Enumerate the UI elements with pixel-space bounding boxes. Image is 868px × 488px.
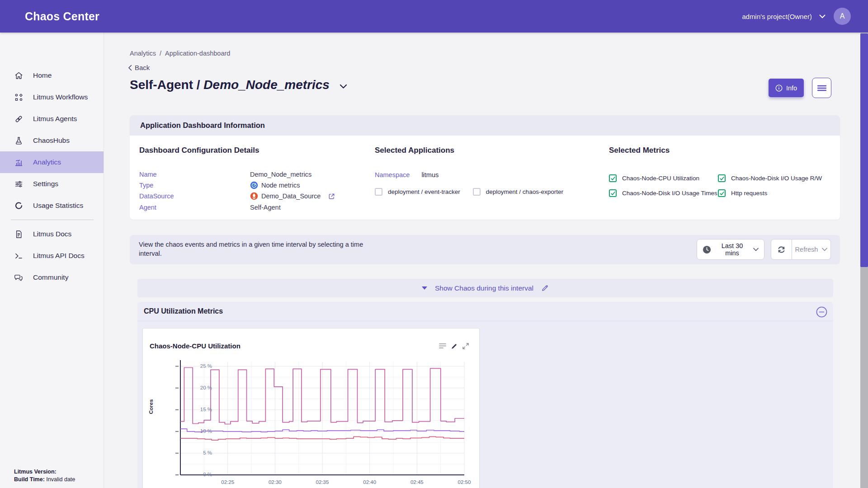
- chart-edit-pencil-icon[interactable]: [451, 343, 458, 350]
- config-row-agent: Agent Self-Agent: [139, 202, 335, 213]
- sidebar-item-community[interactable]: Community: [0, 267, 104, 288]
- cpu-utilization-section: CPU Utilization Metrics Chaos-Node-CPU U…: [137, 302, 833, 488]
- checkbox-label: Chaos-Node-Disk I/O Usage R/W: [731, 175, 822, 182]
- breadcrumb: Analytics / Application-dashboard: [130, 50, 230, 57]
- checkbox-label: Chaos-Node-CPU Utilization: [622, 175, 699, 182]
- config-value: Demo_Data_Source: [261, 192, 321, 200]
- chart-expand-icon[interactable]: [462, 343, 469, 350]
- metric-checkbox-item: Chaos-Node-Disk I/O Usage Times: [609, 189, 718, 197]
- sidebar-item-label: Home: [33, 71, 52, 80]
- edit-pencil-icon[interactable]: [541, 284, 549, 292]
- config-value: Node metrics: [261, 182, 300, 189]
- config-row-datasource: DataSource Demo_Data_Source: [139, 191, 335, 202]
- build-time-label: Build Time:: [14, 476, 45, 483]
- cpu-utilization-chart[interactable]: 0 %5 %10 %15 %20 %25 % 02:2502:3002:3502…: [180, 362, 464, 475]
- selected-applications: Selected Applications Namespace litmus d…: [375, 146, 563, 196]
- y-tick-label: 10 %: [191, 428, 212, 434]
- sliders-icon: [14, 179, 24, 189]
- info-button[interactable]: Info: [769, 79, 804, 97]
- page-title-dashboard: Demo_Node_metrics: [203, 78, 330, 92]
- refresh-now-button[interactable]: [771, 239, 792, 260]
- bar-chart-icon: [14, 158, 24, 167]
- chat-icon: [14, 273, 24, 282]
- sidebar-item-analytics[interactable]: Analytics: [0, 151, 104, 173]
- checkbox-http-requests[interactable]: [718, 189, 726, 197]
- time-range-value: Last 30 mins: [717, 242, 748, 257]
- sidebar-item-litmus-docs[interactable]: Litmus Docs: [0, 223, 104, 245]
- chevron-down-icon: [822, 248, 827, 251]
- x-tick-label: 02:30: [265, 479, 285, 485]
- refresh-icon: [777, 245, 786, 254]
- time-interval-panel: View the chaos events and metrics in a g…: [130, 235, 840, 264]
- dashboard-info-panel-title: Application Dashboard Information: [140, 121, 265, 130]
- dashboard-menu-button[interactable]: [812, 78, 831, 98]
- app-header: Chaos Center admin's project(Owner) A: [0, 0, 868, 33]
- application-checkbox-item: deployment / event-tracker: [375, 188, 460, 196]
- sidebar-item-label: Litmus Workflows: [33, 93, 88, 101]
- sidebar-item-label: Community: [33, 273, 68, 282]
- chart-data-lines-icon[interactable]: [439, 343, 446, 349]
- config-row-name: Name Demo_Node_metrics: [139, 169, 335, 180]
- time-range-select[interactable]: Last 30 mins: [697, 239, 764, 260]
- app-title: Chaos Center: [25, 10, 99, 23]
- terminal-icon: [14, 251, 24, 261]
- sidebar-item-home[interactable]: Home: [0, 65, 104, 86]
- config-row-type: Type Node metrics: [139, 180, 335, 191]
- usage-icon: [14, 201, 24, 211]
- namespace-label: Namespace: [375, 171, 410, 178]
- y-axis-label: Cores: [148, 399, 154, 414]
- x-tick-label: 02:40: [360, 479, 380, 485]
- selected-metrics-title: Selected Metrics: [609, 146, 822, 155]
- config-label: DataSource: [139, 192, 250, 200]
- avatar[interactable]: A: [834, 8, 851, 25]
- hamburger-icon: [817, 85, 826, 91]
- sidebar-item-label: Usage Statistics: [33, 202, 83, 210]
- show-chaos-toggle[interactable]: Show Chaos during this interval: [137, 279, 833, 297]
- x-tick-label: 02:50: [454, 479, 474, 485]
- project-selector-label: admin's project(Owner): [742, 13, 812, 20]
- dashboard-switch-chevron-icon[interactable]: [340, 84, 347, 89]
- metric-checkbox-item: Chaos-Node-Disk I/O Usage R/W: [718, 174, 822, 182]
- chevron-down-icon: [753, 248, 759, 251]
- dashboard-config-details: Dashboard Configuration Details Name Dem…: [139, 146, 335, 213]
- application-checkbox-item: deployment / chaos-exporter: [473, 188, 563, 196]
- metric-checkbox-item: Http requests: [718, 189, 822, 197]
- checkbox-event-tracker[interactable]: [375, 188, 382, 196]
- selected-applications-title: Selected Applications: [375, 146, 563, 155]
- checkbox-disk-io-rw[interactable]: [718, 174, 726, 182]
- y-tick-label: 25 %: [191, 363, 212, 369]
- auto-refresh-select[interactable]: Refresh: [792, 239, 831, 260]
- sidebar-item-litmus-api-docs[interactable]: Litmus API Docs: [0, 245, 104, 267]
- checkbox-disk-io-times[interactable]: [609, 189, 617, 197]
- sidebar-item-litmus-workflows[interactable]: Litmus Workflows: [0, 86, 104, 108]
- config-label: Agent: [139, 204, 250, 211]
- breadcrumb-application-dashboard[interactable]: Application-dashboard: [165, 50, 230, 57]
- back-button[interactable]: Back: [128, 64, 150, 71]
- scrollbar-thumb[interactable]: [860, 33, 868, 267]
- sidebar-item-label: ChaosHubs: [33, 136, 70, 145]
- chevron-down-icon: [819, 14, 826, 19]
- sidebar-item-settings[interactable]: Settings: [0, 173, 104, 195]
- checkbox-cpu-utilization[interactable]: [609, 174, 617, 182]
- external-link-icon[interactable]: [328, 193, 335, 200]
- sidebar-item-usage-statistics[interactable]: Usage Statistics: [0, 195, 104, 216]
- page-scrollbar[interactable]: [860, 33, 868, 488]
- x-tick-label: 02:25: [218, 479, 238, 485]
- y-tick-label: 20 %: [191, 385, 212, 390]
- sidebar-item-litmus-agents[interactable]: Litmus Agents: [0, 108, 104, 130]
- breadcrumb-separator: /: [160, 50, 161, 57]
- workflows-icon: [14, 93, 24, 102]
- sidebar-item-label: Litmus Docs: [33, 230, 71, 238]
- home-icon: [14, 71, 24, 80]
- sidebar-item-chaoshubs[interactable]: ChaosHubs: [0, 130, 104, 151]
- metric-checkbox-item: Chaos-Node-CPU Utilization: [609, 174, 718, 182]
- collapse-section-button[interactable]: [816, 306, 827, 318]
- breadcrumb-analytics[interactable]: Analytics: [130, 50, 156, 57]
- triangle-down-icon: [422, 286, 427, 290]
- checkbox-label: Chaos-Node-Disk I/O Usage Times: [622, 190, 717, 197]
- checkbox-chaos-exporter[interactable]: [473, 188, 481, 196]
- node-metrics-icon: [250, 181, 258, 189]
- sidebar-item-label: Analytics: [33, 158, 61, 166]
- y-tick-label: 5 %: [191, 450, 212, 455]
- project-selector[interactable]: admin's project(Owner): [742, 13, 826, 20]
